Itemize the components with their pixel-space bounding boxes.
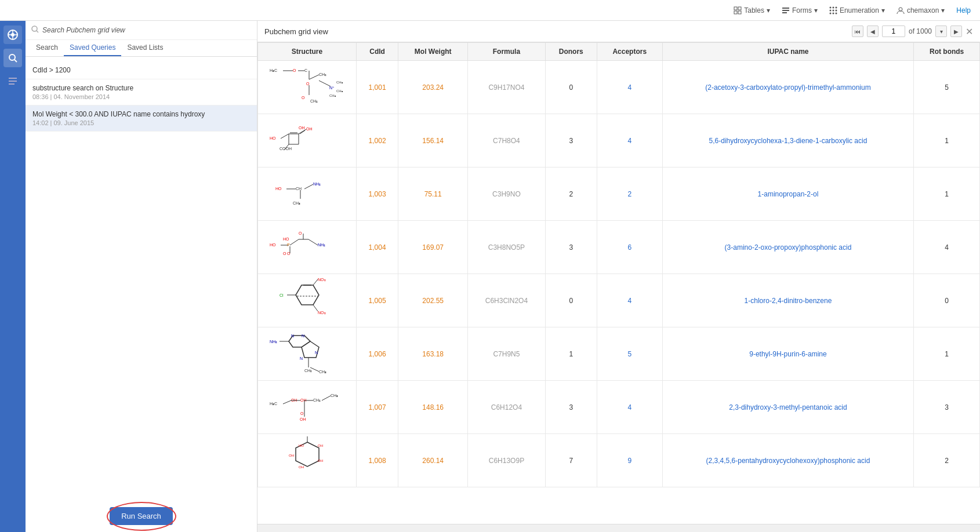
query-title: Mol Weight < 300.0 AND IUPAC name contai…	[32, 110, 250, 118]
tables-icon	[734, 6, 742, 14]
pagination: ⏮ ◀ of 1000 ▾ ▶ ✕	[852, 25, 973, 37]
svg-line-100	[283, 400, 291, 404]
cell-molweight: 148.16	[398, 381, 468, 434]
svg-text:OH: OH	[299, 465, 304, 469]
cell-acceptors: 4	[597, 61, 662, 114]
user-label: chemaxon	[907, 6, 939, 14]
sidebar-nav-icon	[8, 76, 17, 86]
enumeration-label: Enumeration	[840, 6, 879, 14]
svg-text:OH: OH	[299, 126, 305, 130]
svg-text:HO: HO	[270, 136, 276, 140]
page-next-btn[interactable]: ▶	[950, 25, 962, 37]
svg-line-46	[281, 134, 289, 139]
tab-saved-queries[interactable]: Saved Queries	[64, 40, 121, 56]
forms-menu[interactable]: Forms ▾	[782, 6, 818, 14]
svg-text:NH₂: NH₂	[318, 243, 325, 247]
sidebar-search-btn[interactable]	[3, 49, 22, 67]
cell-structure: HO OH OH COOH	[258, 114, 357, 167]
tabs-bar: Search Saved Queries Saved Lists	[26, 40, 257, 57]
cell-structure: H₃C OH OH CH₂ CH₃ O OH	[258, 381, 357, 434]
icon-sidebar	[0, 21, 26, 532]
svg-text:CH₃: CH₃	[293, 201, 300, 205]
col-cdid[interactable]: CdId	[357, 43, 398, 61]
user-icon	[896, 6, 905, 14]
help-link[interactable]: Help	[956, 6, 971, 14]
close-button[interactable]: ✕	[966, 26, 973, 37]
table-row: H₃C O C O CH₂ O CH₂ N⁺ CH₃ CH₃ CH₃ 1,001…	[258, 61, 980, 114]
page-prev-btn[interactable]: ◀	[867, 25, 879, 37]
run-search-button[interactable]: Run Search	[110, 507, 173, 525]
cell-formula: C3H9NO	[468, 167, 546, 221]
sidebar-search-icon	[8, 53, 17, 63]
cell-structure: N N NH₂ N N CH₂ CH₃	[258, 327, 357, 381]
col-formula[interactable]: Formula	[468, 43, 546, 61]
svg-text:CH₂: CH₂	[319, 72, 326, 76]
cell-rotbonds: 2	[914, 434, 980, 487]
col-molweight[interactable]: Mol Weight	[398, 43, 468, 61]
cell-donors: 3	[545, 221, 597, 274]
main-container: Search Saved Queries Saved Lists CdId > …	[0, 21, 980, 532]
svg-point-15	[835, 12, 837, 14]
tables-menu[interactable]: Tables ▾	[734, 6, 770, 14]
list-item[interactable]: substructure search on Structure 08:36 |…	[26, 79, 257, 105]
cell-donors: 3	[545, 114, 597, 167]
svg-text:HO: HO	[299, 444, 304, 447]
cell-acceptors: 2	[597, 167, 662, 221]
page-dropdown-btn[interactable]: ▾	[935, 25, 947, 37]
svg-text:NO₂: NO₂	[318, 278, 326, 282]
svg-line-83	[313, 279, 318, 285]
svg-text:HO: HO	[270, 243, 276, 247]
page-first-btn[interactable]: ⏮	[852, 25, 863, 37]
svg-text:CH₂: CH₂	[313, 398, 321, 402]
scroll-bar[interactable]	[257, 524, 980, 532]
svg-line-106	[322, 396, 331, 400]
table-row: HO OH OH COOH 1,002 156.14 C7H8O4 3 4 5,…	[258, 114, 980, 167]
search-input[interactable]	[42, 26, 251, 34]
col-acceptors[interactable]: Acceptors	[597, 43, 662, 61]
svg-line-76	[308, 239, 318, 245]
tab-saved-lists[interactable]: Saved Lists	[121, 40, 169, 56]
cell-rotbonds: 5	[914, 61, 980, 114]
svg-marker-87	[302, 341, 319, 358]
col-iupac[interactable]: IUPAC name	[662, 43, 914, 61]
cell-rotbonds: 1	[914, 327, 980, 381]
col-structure[interactable]: Structure	[258, 43, 357, 61]
svg-line-35	[309, 75, 319, 79]
page-input[interactable]	[882, 25, 905, 37]
cell-acceptors: 6	[597, 221, 662, 274]
user-menu[interactable]: chemaxon ▾	[896, 6, 945, 14]
svg-text:OH: OH	[300, 417, 306, 421]
svg-text:HO: HO	[275, 187, 282, 191]
svg-point-16	[899, 8, 902, 11]
svg-text:CH₃: CH₃	[329, 94, 336, 97]
svg-text:N⁺: N⁺	[329, 86, 335, 90]
page-total: of 1000	[909, 27, 932, 35]
svg-rect-5	[782, 10, 789, 11]
col-rotbonds[interactable]: Rot bonds	[914, 43, 980, 61]
col-donors[interactable]: Donors	[545, 43, 597, 61]
svg-rect-2	[734, 11, 737, 14]
sidebar-nav-btn[interactable]	[3, 72, 22, 90]
cell-donors: 0	[545, 61, 597, 114]
cell-cdid: 1,004	[357, 221, 398, 274]
svg-text:OH: OH	[306, 127, 313, 131]
cell-molweight: 260.14	[398, 434, 468, 487]
cell-molweight: 156.14	[398, 114, 468, 167]
cell-cdid: 1,003	[357, 167, 398, 221]
cell-iupac: 1-chloro-2,4-dinitro-benzene	[662, 274, 914, 327]
table-body: H₃C O C O CH₂ O CH₂ N⁺ CH₃ CH₃ CH₃ 1,001…	[258, 61, 980, 487]
cell-donors: 0	[545, 274, 597, 327]
cell-iupac: (2,3,4,5,6-pentahydroxycyclohexoxy)phosp…	[662, 434, 914, 487]
tab-search[interactable]: Search	[30, 40, 64, 56]
svg-text:OH: OH	[318, 444, 323, 447]
cell-structure: HO CH NH₂ CH₃	[258, 167, 357, 221]
list-item[interactable]: Mol Weight < 300.0 AND IUPAC name contai…	[26, 105, 257, 132]
svg-rect-25	[9, 83, 14, 85]
svg-text:H₃C: H₃C	[270, 402, 277, 406]
svg-text:CH: CH	[296, 187, 302, 191]
enumeration-menu[interactable]: Enumeration ▾	[829, 6, 885, 14]
forms-label: Forms	[792, 6, 812, 14]
cell-formula: C9H17NO4	[468, 61, 546, 114]
cell-formula: C6H12O4	[468, 381, 546, 434]
list-item[interactable]: CdId > 1200	[26, 61, 257, 79]
